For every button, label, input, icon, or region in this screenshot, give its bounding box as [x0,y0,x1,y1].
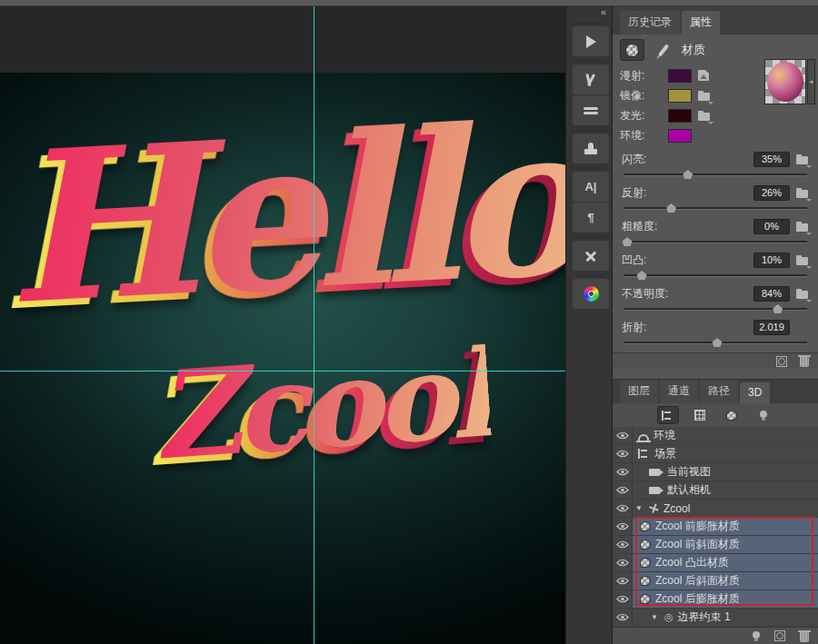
3d-item-back-inflation-material[interactable]: Zcool 后膨胀材质 [613,590,818,609]
diffuse-swatch[interactable] [668,69,692,83]
filter-materials-button[interactable] [721,406,743,424]
visibility-toggle[interactable] [613,427,633,444]
texture-folder-icon[interactable] [796,291,808,299]
paragraph-panel-button[interactable]: ¶ [573,203,609,233]
filter-lights-button[interactable] [753,406,774,424]
3d-item-front-inflation-material[interactable]: Zcool 前膨胀材质 [613,518,818,536]
visibility-toggle[interactable] [613,463,633,481]
tab-layers[interactable]: 图层 [620,380,658,403]
slider-handle[interactable] [666,203,676,213]
slider-handle[interactable] [713,338,723,347]
texture-folder-icon[interactable] [796,223,808,232]
tab-3d[interactable]: 3D [740,382,770,403]
3d-item-scene[interactable]: 场景 [613,445,818,463]
bump-value[interactable]: 10% [753,253,790,268]
bump-slider[interactable] [623,274,807,277]
roughness-slider[interactable] [623,241,807,243]
brush-presets-panel-button[interactable] [573,95,609,125]
visibility-toggle[interactable] [613,500,633,517]
delete-icon[interactable] [800,632,809,642]
slider-handle[interactable] [623,237,633,246]
tab-history[interactable]: 历史记录 [620,11,680,35]
3d-item-current-view[interactable]: 当前视图 [613,463,818,481]
camera-icon [649,487,660,494]
3d-item-back-bevel-material[interactable]: Zcool 后斜面材质 [613,572,818,590]
visibility-toggle[interactable] [613,518,633,535]
eye-icon [616,431,629,440]
texture-folder-icon[interactable] [796,190,808,198]
texture-folder-icon[interactable] [796,257,808,265]
3d-item-label: Zcool 后斜面材质 [655,573,740,589]
ambient-swatch[interactable] [668,129,692,143]
roughness-value[interactable]: 0% [753,219,790,234]
color-themes-panel-button[interactable] [573,279,609,309]
document-canvas[interactable]: Hello Hello Zcool Zcool [0,73,565,644]
tab-paths[interactable]: 路径 [700,380,738,403]
paint-mode-button[interactable] [651,39,675,61]
3d-item-default-camera[interactable]: 默认相机 [613,481,818,500]
diffuse-label: 漫射: [620,68,662,84]
3d-item-front-bevel-material[interactable]: Zcool 前斜面材质 [613,536,818,554]
specular-swatch[interactable] [668,89,692,103]
texture-folder-icon[interactable] [698,113,710,121]
specular-row: 镜像: [620,85,760,105]
slider-handle[interactable] [773,304,783,313]
illumination-swatch[interactable] [668,109,692,123]
roughness-label: 粗糙度: [622,219,748,234]
material-ball-icon [640,594,651,604]
clone-source-panel-button[interactable] [573,134,609,163]
tool-presets-panel-button[interactable] [573,241,609,271]
filter-whole-scene-button[interactable] [657,406,679,424]
horizontal-guide[interactable] [0,371,565,372]
delete-icon[interactable] [800,357,809,367]
material-mode-button[interactable] [620,39,644,61]
slider-handle[interactable] [637,271,647,280]
refraction-value[interactable]: 2.019 [753,320,790,335]
actions-panel-button[interactable] [573,26,609,56]
visibility-toggle[interactable] [613,609,633,626]
collapse-arrow-icon[interactable]: ▼ [635,504,644,512]
3d-item-label: Zcool 前斜面材质 [655,537,740,552]
material-preview-dropdown[interactable]: ◄ [807,59,815,104]
opacity-slider[interactable] [623,308,807,311]
visibility-toggle[interactable] [613,481,633,499]
3d-item-zcool-mesh[interactable]: ▼ Zcool [613,500,818,518]
render-3d-icon[interactable] [776,356,787,367]
tab-properties[interactable]: 属性 [682,11,720,35]
vertical-guide[interactable] [314,6,314,644]
opacity-label: 不透明度: [622,286,748,302]
reflection-slider[interactable] [623,207,807,210]
reflection-value[interactable]: 26% [753,185,790,201]
material-sliders: 闪亮: 35% 反射: 26% [613,145,818,344]
texture-file-icon[interactable] [698,70,709,81]
3d-item-environment[interactable]: 环境 [613,427,818,445]
visibility-toggle[interactable] [613,554,633,571]
collapse-dock-button[interactable]: « [566,6,612,18]
texture-folder-icon[interactable] [698,93,710,101]
opacity-value[interactable]: 84% [753,286,790,302]
scene-tree-icon [638,449,650,459]
refraction-group: 折射: 2.019 [622,319,809,344]
visibility-toggle[interactable] [613,536,633,553]
visibility-toggle[interactable] [613,590,633,608]
filter-meshes-button[interactable] [689,406,711,424]
visibility-toggle[interactable] [613,572,633,590]
light-bulb-icon[interactable] [753,631,760,639]
canvas-pasteboard[interactable]: Hello Hello Zcool Zcool [0,6,565,644]
material-preview[interactable] [764,59,806,104]
refraction-slider[interactable] [623,342,807,344]
brush-panel-button[interactable] [573,64,609,94]
slider-handle[interactable] [683,170,693,179]
shine-value[interactable]: 35% [753,152,790,167]
3d-item-boundary-constraint[interactable]: ▼ ◎ 边界约束 1 [613,609,818,627]
visibility-toggle[interactable] [613,445,633,462]
character-panel-button[interactable]: A| [573,172,609,202]
3d-item-extrusion-material[interactable]: Zcool 凸出材质 [613,554,818,572]
texture-folder-icon[interactable] [796,156,808,164]
3d-item-label: 场景 [654,446,676,461]
shine-slider[interactable] [623,173,807,176]
tab-channels[interactable]: 通道 [660,380,698,403]
collapse-arrow-icon[interactable]: ▼ [651,613,660,621]
render-3d-icon[interactable] [774,630,785,641]
light-bulb-icon [760,411,767,418]
